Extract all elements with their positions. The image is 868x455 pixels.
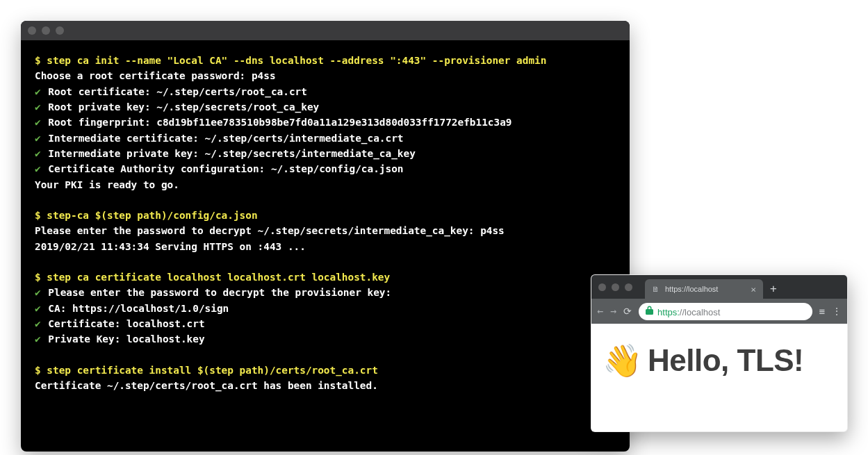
page-heading: Hello, TLS! — [648, 343, 803, 378]
command-text: step ca certificate localhost localhost.… — [47, 272, 390, 283]
terminal-line: ✔ Private Key: localhost.key — [35, 331, 616, 347]
close-tab-icon[interactable]: × — [751, 285, 756, 294]
url-host: //localhost — [680, 307, 721, 317]
terminal-output[interactable]: $ step ca init --name "Local CA" --dns l… — [21, 40, 630, 406]
url-text: https://localhost — [657, 305, 720, 318]
terminal-line: Certificate ~/.step/certs/root_ca.crt ha… — [35, 378, 616, 393]
terminal-window: $ step ca init --name "Local CA" --dns l… — [21, 21, 630, 452]
terminal-line: $ step ca init --name "Local CA" --dns l… — [35, 53, 616, 68]
output-text: CA: https://localhost/1.0/sign — [42, 303, 229, 314]
command-text: step ca init --name "Local CA" --dns loc… — [47, 55, 546, 66]
check-icon: ✔ — [35, 287, 41, 298]
check-icon: ✔ — [35, 333, 41, 345]
window-close-button[interactable] — [598, 283, 606, 291]
terminal-line: ✔ Root fingerprint: c8d19bf11ee783510b98… — [35, 115, 616, 130]
terminal-line: Please enter the password to decrypt ~/.… — [35, 223, 616, 238]
output-text: Choose a root certificate password: p4ss — [35, 70, 276, 81]
check-icon: ✔ — [35, 318, 41, 329]
output-text: Root private key: ~/.step/secrets/root_c… — [42, 101, 320, 113]
terminal-line: $ step ca certificate localhost localhos… — [35, 270, 616, 285]
terminal-line: ✔ Root certificate: ~/.step/certs/root_c… — [35, 84, 616, 99]
new-tab-button[interactable]: + — [770, 282, 777, 295]
output-text: Certificate ~/.step/certs/root_ca.crt ha… — [35, 380, 378, 391]
terminal-line: 2019/02/21 11:43:34 Serving HTTPS on :44… — [35, 239, 616, 254]
terminal-line: ✔ Please enter the password to decrypt t… — [35, 285, 616, 300]
terminal-line: $ step certificate install $(step path)/… — [35, 363, 616, 378]
window-controls — [28, 26, 64, 35]
terminal-line: ✔ Intermediate certificate: ~/.step/cert… — [35, 131, 616, 146]
forward-button[interactable]: → — [610, 305, 616, 317]
window-zoom-button[interactable] — [625, 283, 632, 291]
browser-tabbar: 🗎 https://localhost × + — [591, 275, 847, 299]
window-zoom-button[interactable] — [56, 26, 64, 35]
terminal-titlebar — [21, 21, 630, 40]
terminal-line: Choose a root certificate password: p4ss — [35, 68, 616, 83]
output-text: Certificate: localhost.crt — [42, 318, 205, 329]
terminal-line: $ step-ca $(step path)/config/ca.json — [35, 208, 616, 223]
output-text: 2019/02/21 11:43:34 Serving HTTPS on :44… — [35, 241, 306, 252]
command-text: step-ca $(step path)/config/ca.json — [47, 210, 257, 221]
command-text: step certificate install $(step path)/ce… — [47, 365, 378, 376]
prompt: $ — [35, 272, 47, 283]
address-bar[interactable]: https://localhost — [639, 303, 812, 320]
terminal-line: ✔ Intermediate private key: ~/.step/secr… — [35, 146, 616, 161]
page-icon: 🗎 — [652, 285, 660, 294]
terminal-line: ✔ Certificate Authority configuration: ~… — [35, 161, 616, 176]
url-protocol: https: — [657, 307, 680, 317]
check-icon: ✔ — [35, 148, 41, 159]
check-icon: ✔ — [35, 101, 41, 113]
reload-button[interactable]: ⟳ — [623, 306, 632, 317]
window-close-button[interactable] — [28, 26, 36, 35]
output-text: Intermediate private key: ~/.step/secret… — [42, 148, 416, 159]
output-text: Your PKI is ready to go. — [35, 179, 179, 190]
blank-line — [35, 192, 616, 208]
output-text: Certificate Authority configuration: ~/.… — [42, 163, 404, 174]
extensions-icon[interactable]: ≡ — [819, 306, 825, 317]
check-icon: ✔ — [35, 133, 41, 144]
window-minimize-button[interactable] — [612, 283, 619, 291]
output-text: Private Key: localhost.key — [42, 333, 205, 345]
menu-icon[interactable]: ⋮ — [832, 306, 842, 317]
terminal-line: ✔ Certificate: localhost.crt — [35, 316, 616, 331]
nav-controls: ← → ⟳ — [597, 305, 632, 317]
output-text: Root certificate: ~/.step/certs/root_ca.… — [42, 86, 307, 97]
window-minimize-button[interactable] — [42, 26, 50, 35]
tab-title: https://localhost — [665, 285, 745, 293]
toolbar-right: ≡ ⋮ — [819, 306, 842, 317]
terminal-line: Your PKI is ready to go. — [35, 177, 616, 192]
check-icon: ✔ — [35, 303, 41, 314]
output-text: Intermediate certificate: ~/.step/certs/… — [42, 133, 404, 144]
blank-line — [35, 347, 616, 363]
output-text: Please enter the password to decrypt the… — [42, 287, 392, 298]
prompt: $ — [35, 55, 47, 66]
lock-icon — [646, 306, 653, 317]
check-icon: ✔ — [35, 86, 41, 97]
output-text: Please enter the password to decrypt ~/.… — [35, 225, 505, 236]
browser-window: 🗎 https://localhost × + ← → ⟳ https://lo… — [591, 274, 848, 432]
check-icon: ✔ — [35, 163, 41, 174]
browser-tab[interactable]: 🗎 https://localhost × — [645, 279, 763, 299]
wave-emoji: 👋 — [603, 342, 642, 379]
check-icon: ✔ — [35, 117, 41, 128]
browser-window-controls — [598, 283, 632, 291]
prompt: $ — [35, 210, 47, 221]
back-button[interactable]: ← — [597, 305, 603, 317]
browser-toolbar: ← → ⟳ https://localhost ≡ ⋮ — [591, 299, 847, 324]
blank-line — [35, 254, 616, 270]
terminal-line: ✔ CA: https://localhost/1.0/sign — [35, 301, 616, 316]
prompt: $ — [35, 365, 47, 376]
page-content: 👋 Hello, TLS! — [591, 324, 847, 397]
terminal-line: ✔ Root private key: ~/.step/secrets/root… — [35, 99, 616, 115]
output-text: Root fingerprint: c8d19bf11ee783510b98be… — [42, 117, 512, 128]
browser-chrome: 🗎 https://localhost × + ← → ⟳ https://lo… — [591, 275, 847, 324]
